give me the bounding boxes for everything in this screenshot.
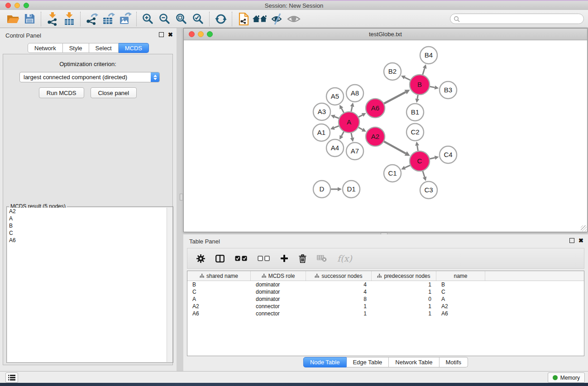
column-header-mcds-role[interactable]: MCDS role xyxy=(251,271,306,281)
tab-node-table[interactable]: Node Table xyxy=(303,357,347,367)
table-row[interactable]: A2connector11A2 xyxy=(187,303,584,310)
graph-node-A8[interactable]: A8 xyxy=(346,85,363,102)
table-cell[interactable]: dominator xyxy=(251,296,306,302)
tab-network-table[interactable]: Network Table xyxy=(389,357,439,367)
graph-edge-C-C3[interactable] xyxy=(423,171,425,177)
graph-node-C1[interactable]: C1 xyxy=(384,165,401,182)
table-row[interactable]: Bdominator41B xyxy=(187,281,584,288)
table-cell[interactable]: A2 xyxy=(187,303,251,310)
close-table-panel-icon[interactable]: ✖ xyxy=(578,238,583,243)
table-cell[interactable]: connector xyxy=(251,303,306,310)
show-graphics-details-icon[interactable] xyxy=(285,12,302,26)
mcds-result-list[interactable]: A2ABCA6 xyxy=(7,208,167,362)
table-row[interactable]: Cdominator41C xyxy=(187,288,584,295)
graph-node-A6[interactable]: A6 xyxy=(366,99,385,118)
graph-edge-A-A8[interactable] xyxy=(351,106,352,111)
zoom-out-icon[interactable] xyxy=(156,12,173,26)
graph-edge-A-A3[interactable] xyxy=(335,117,339,119)
graph-node-A1[interactable]: A1 xyxy=(313,124,330,141)
table-cell[interactable]: 1 xyxy=(372,310,436,317)
export-table-icon[interactable] xyxy=(100,12,117,26)
result-item[interactable]: A6 xyxy=(7,237,167,244)
result-item[interactable]: B xyxy=(7,222,167,229)
graph-node-B1[interactable]: B1 xyxy=(406,104,424,121)
close-panel-button[interactable]: Close panel xyxy=(91,87,137,98)
table-cell[interactable]: 1 xyxy=(306,303,372,310)
hide-graphics-details-icon[interactable] xyxy=(268,12,285,26)
tab-select[interactable]: Select xyxy=(89,43,119,53)
tab-mcds[interactable]: MCDS xyxy=(119,43,149,53)
table-row[interactable]: A6connector11A6 xyxy=(187,310,584,317)
table-cell[interactable]: B xyxy=(436,281,485,288)
table-cell[interactable]: 1 xyxy=(372,281,436,288)
graph-edge-B-B3[interactable] xyxy=(430,86,435,87)
tab-motifs[interactable]: Motifs xyxy=(439,357,468,367)
export-image-icon[interactable] xyxy=(117,12,134,26)
tab-style[interactable]: Style xyxy=(63,43,89,53)
new-network-from-file-icon[interactable] xyxy=(235,12,252,26)
task-history-button[interactable] xyxy=(5,372,18,383)
column-header-successor-nodes[interactable]: successor nodes xyxy=(306,271,372,281)
deselect-all-checkboxes-icon[interactable] xyxy=(258,256,270,261)
export-network-icon[interactable] xyxy=(83,12,100,26)
tab-edge-table[interactable]: Edge Table xyxy=(346,357,389,367)
graph-node-C2[interactable]: C2 xyxy=(406,124,424,141)
delete-row-icon[interactable] xyxy=(299,254,306,263)
graph-node-B[interactable]: B xyxy=(410,75,430,95)
column-header-predecessor-nodes[interactable]: predecessor nodes xyxy=(372,271,436,281)
graph-edge-A-A7[interactable] xyxy=(351,133,352,138)
graph-node-A4[interactable]: A4 xyxy=(326,139,344,157)
table-cell[interactable]: connector xyxy=(251,310,306,317)
column-header-shared-name[interactable]: shared name xyxy=(187,271,251,281)
graph-edge-A-A2[interactable] xyxy=(359,128,363,130)
criterion-dropdown[interactable]: largest connected component (directed) xyxy=(19,72,160,82)
vertical-divider-handle[interactable] xyxy=(180,194,183,200)
run-mcds-button[interactable]: Run MCDS xyxy=(39,87,84,98)
search-field[interactable] xyxy=(450,14,584,24)
graph-node-B2[interactable]: B2 xyxy=(384,63,401,80)
birds-eye-view-icon[interactable] xyxy=(252,12,268,26)
table-cell[interactable]: C xyxy=(187,289,251,295)
graph-node-A5[interactable]: A5 xyxy=(326,88,344,105)
table-cell[interactable]: A xyxy=(187,296,251,302)
table-cell[interactable]: A6 xyxy=(436,310,485,317)
table-cell[interactable]: C xyxy=(436,289,485,295)
graph-edge-A-A6[interactable] xyxy=(359,115,363,117)
table-cell[interactable]: A xyxy=(436,296,485,302)
node-table[interactable]: shared nameMCDS rolesuccessor nodesprede… xyxy=(187,271,584,356)
float-panel-icon[interactable] xyxy=(159,32,164,37)
table-row[interactable]: Adominator80A xyxy=(187,295,584,303)
table-cell[interactable]: 1 xyxy=(372,289,436,295)
close-panel-icon[interactable]: ✖ xyxy=(168,32,173,38)
delete-table-icon[interactable] xyxy=(317,255,327,262)
table-cell[interactable]: 1 xyxy=(306,310,372,317)
column-header-name[interactable]: name xyxy=(436,271,485,281)
result-item[interactable]: C xyxy=(7,229,167,237)
float-table-panel-icon[interactable] xyxy=(569,238,574,243)
table-cell[interactable]: 8 xyxy=(306,296,372,302)
graph-edge-A-A5[interactable] xyxy=(341,108,344,113)
add-row-icon[interactable] xyxy=(280,254,288,262)
graph-edge-A2-C[interactable] xyxy=(384,142,406,153)
table-cell[interactable]: dominator xyxy=(251,289,306,295)
network-canvas[interactable]: B4B2BB3A5A8A6A3B1AC2A1A2A4A7C4CC1DD1C3 xyxy=(184,40,587,232)
table-cell[interactable]: 0 xyxy=(372,296,436,302)
table-cell[interactable]: 4 xyxy=(306,289,372,295)
import-network-icon[interactable] xyxy=(44,12,61,26)
zoom-fit-icon[interactable] xyxy=(173,12,190,26)
graph-edge-B-B4[interactable] xyxy=(423,68,425,75)
graph-node-C3[interactable]: C3 xyxy=(420,181,437,199)
result-item[interactable]: A xyxy=(7,215,167,222)
table-cell[interactable]: 4 xyxy=(306,281,372,288)
graph-node-B4[interactable]: B4 xyxy=(420,47,437,64)
graph-edge-A-A1[interactable] xyxy=(334,126,339,128)
table-cell[interactable]: A6 xyxy=(187,310,251,317)
graph-edge-B-B2[interactable] xyxy=(405,77,410,80)
graph-edge-C-C1[interactable] xyxy=(405,165,410,167)
graph-edge-C-C2[interactable] xyxy=(417,146,418,151)
table-cell[interactable]: A2 xyxy=(436,303,485,310)
graph-edge-A6-B[interactable] xyxy=(384,92,406,103)
graph-edge-C-C4[interactable] xyxy=(430,158,435,159)
zoom-selected-icon[interactable] xyxy=(190,12,206,26)
network-graph[interactable]: B4B2BB3A5A8A6A3B1AC2A1A2A4A7C4CC1DD1C3 xyxy=(184,40,587,232)
